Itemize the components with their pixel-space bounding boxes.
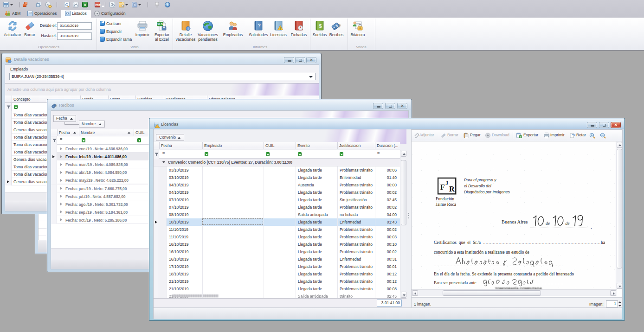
svg-text:i: i	[188, 27, 189, 30]
svg-text:$: $	[319, 23, 322, 29]
svg-text:de: de	[566, 221, 570, 226]
svg-text:J: J	[445, 180, 448, 186]
svg-text:?: ?	[258, 23, 261, 28]
svg-text:F: F	[440, 183, 445, 192]
svg-text:de: de	[546, 221, 550, 226]
svg-text:XLS: XLS	[157, 23, 163, 26]
svg-text:R: R	[449, 185, 455, 193]
svg-text:!: !	[280, 27, 281, 30]
